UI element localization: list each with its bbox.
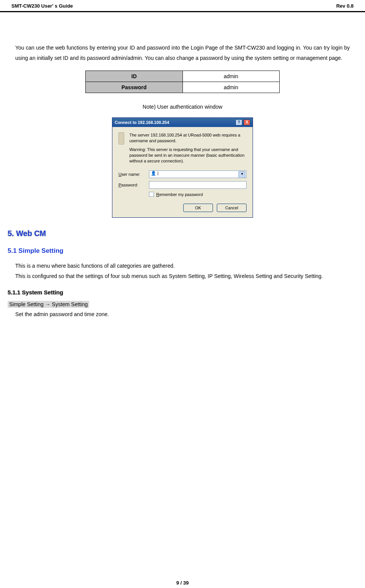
password-header: Password xyxy=(86,82,183,93)
help-icon[interactable]: ? xyxy=(235,119,242,125)
id-header: ID xyxy=(86,71,183,82)
dialog-title-text: Connect to 192.168.100.254 xyxy=(115,120,169,125)
lock-keys-icon xyxy=(118,132,124,145)
user-icon: 👤 xyxy=(151,171,156,175)
cancel-button[interactable]: Cancel xyxy=(217,204,247,212)
section-5-heading: 5. Web CM xyxy=(8,229,350,238)
dialog-message-2: Warning: This server is requesting that … xyxy=(130,147,247,164)
password-input[interactable] xyxy=(149,181,247,189)
username-label: User name: xyxy=(118,172,149,177)
doc-title: SMT-CW230 User' s Guide xyxy=(11,3,73,9)
note-caption: Note) User authentication window xyxy=(15,104,350,110)
section-5-1-1-heading: 5.1.1 System Setting xyxy=(8,289,350,296)
close-icon[interactable]: X xyxy=(243,119,250,125)
dialog-message-1: The server 192.168.100.254 at URoad-5000… xyxy=(130,132,247,144)
password-value: admin xyxy=(182,82,280,93)
sec51-line1: This is a menu where basic functions of … xyxy=(15,261,350,271)
ok-button[interactable]: OK xyxy=(183,204,213,212)
sec511-line: Set the admin password and time zone. xyxy=(15,309,350,320)
doc-rev: Rev 0.8 xyxy=(336,3,354,9)
auth-dialog: Connect to 192.168.100.254 ? X The serve… xyxy=(112,117,253,218)
table-row: ID admin xyxy=(86,71,280,82)
intro-paragraph: You can use the web functions by enterin… xyxy=(15,43,350,63)
remember-label: Remember my password xyxy=(156,192,203,197)
credentials-table: ID admin Password admin xyxy=(85,71,280,93)
sec51-line2: This is configured so that the settings … xyxy=(15,271,350,281)
remember-checkbox[interactable] xyxy=(149,192,154,197)
dialog-titlebar: Connect to 192.168.100.254 ? X xyxy=(112,118,253,127)
table-row: Password admin xyxy=(86,82,280,93)
breadcrumb: Simple Setting → System Setting xyxy=(8,301,89,308)
section-5-1-heading: 5.1 Simple Setting xyxy=(8,247,350,255)
id-value: admin xyxy=(182,71,280,82)
password-label: Password: xyxy=(118,183,149,187)
username-input[interactable]: 👤 | xyxy=(149,170,247,178)
